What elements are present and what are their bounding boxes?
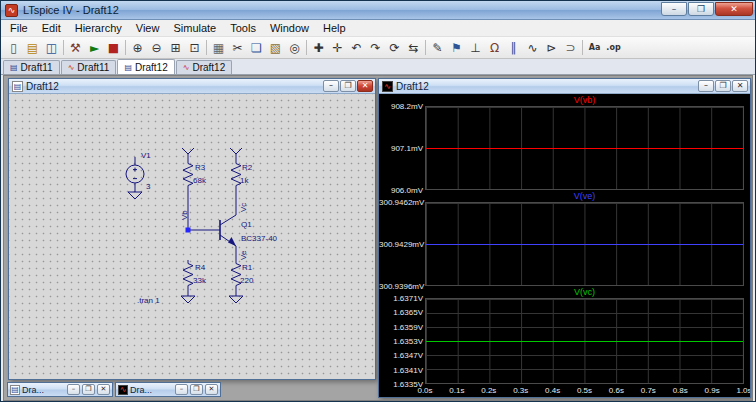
x-axis: 0.0s 0.1s 0.2s 0.3s 0.4s 0.5s 0.6s 0.7s … bbox=[379, 384, 750, 397]
grid-icon[interactable]: ▦ bbox=[209, 38, 228, 57]
trace-line-vb bbox=[426, 148, 743, 149]
minimize-button[interactable]: – bbox=[698, 80, 714, 92]
menu-edit[interactable]: Edit bbox=[35, 21, 68, 35]
maximize-button[interactable]: ❐ bbox=[190, 384, 203, 395]
find-icon[interactable]: ◎ bbox=[285, 38, 304, 57]
maximize-button[interactable]: ❐ bbox=[82, 384, 95, 395]
schematic-window[interactable]: ▤ Draft12 – ❐ ✕ bbox=[8, 78, 376, 380]
drag-icon[interactable]: ✛ bbox=[328, 38, 347, 57]
trace-label-ve[interactable]: V(ve) bbox=[425, 190, 744, 202]
tab-draft11-waveform[interactable]: ∿ Draft11 bbox=[61, 60, 117, 74]
label-net-icon[interactable]: ⚑ bbox=[447, 38, 466, 57]
waveform-title-bar[interactable]: ∿ Draft12 – ❐ ✕ bbox=[379, 79, 750, 94]
maximize-button[interactable]: ❐ bbox=[340, 80, 356, 92]
close-button[interactable]: ✕ bbox=[97, 384, 110, 395]
menu-tools[interactable]: Tools bbox=[223, 21, 263, 35]
plot-grid-vc[interactable] bbox=[425, 298, 744, 384]
resistor-icon[interactable]: Ω bbox=[485, 38, 504, 57]
net-label-ve[interactable]: Ve bbox=[239, 251, 248, 260]
menu-simulate[interactable]: Simulate bbox=[166, 21, 223, 35]
zoom-out-icon[interactable]: ⊖ bbox=[147, 38, 166, 57]
minimize-button[interactable]: – bbox=[661, 2, 687, 16]
transistor-q1[interactable] bbox=[220, 215, 236, 246]
trace-label-vc[interactable]: V(vc) bbox=[425, 286, 744, 298]
waveform-window[interactable]: ∿ Draft12 – ❐ ✕ V(vb) 908.2mV 907.1mV 90… bbox=[378, 78, 751, 398]
ground-icon[interactable]: ⊥ bbox=[466, 38, 485, 57]
r4-value-label[interactable]: 33k bbox=[193, 276, 206, 285]
menu-hierarchy[interactable]: Hierarchy bbox=[68, 21, 129, 35]
maximize-button[interactable]: ❐ bbox=[715, 80, 731, 92]
net-label-vc[interactable]: Vc bbox=[239, 203, 248, 212]
capacitor-icon[interactable]: ‖ bbox=[504, 38, 523, 57]
v1-voltage-source[interactable] bbox=[126, 157, 144, 199]
halt-icon[interactable]: ■ bbox=[104, 38, 123, 57]
restore-button[interactable]: – bbox=[175, 384, 188, 395]
net-label-vb[interactable]: Vb bbox=[180, 210, 189, 220]
redo-icon[interactable]: ↷ bbox=[366, 38, 385, 57]
schematic-title-bar[interactable]: ▤ Draft12 – ❐ ✕ bbox=[9, 79, 375, 94]
x-axis-label: 0.0s bbox=[417, 386, 432, 395]
tab-draft12-schematic[interactable]: ▤ Draft12 bbox=[117, 59, 174, 74]
maximize-button[interactable]: ❐ bbox=[688, 2, 714, 16]
menu-view[interactable]: View bbox=[129, 21, 167, 35]
r2-ref-label[interactable]: R2 bbox=[242, 163, 252, 172]
zoom-in-icon[interactable]: ⊕ bbox=[128, 38, 147, 57]
move-icon[interactable]: ✚ bbox=[309, 38, 328, 57]
open-icon[interactable]: ▤ bbox=[23, 38, 42, 57]
menu-help[interactable]: Help bbox=[316, 21, 353, 35]
r4-ref-label[interactable]: R4 bbox=[195, 263, 205, 272]
inductor-icon[interactable]: ∿ bbox=[523, 38, 542, 57]
mirror-icon[interactable]: ⇆ bbox=[404, 38, 423, 57]
new-schematic-icon[interactable]: ▯ bbox=[4, 38, 23, 57]
text-icon[interactable]: Aa bbox=[585, 38, 604, 57]
r3-value-label[interactable]: 68k bbox=[193, 176, 206, 185]
component-icon[interactable]: ⊃ bbox=[561, 38, 580, 57]
q1-value-label[interactable]: BC337-40 bbox=[241, 234, 277, 243]
spice-directive-text[interactable]: .tran 1 bbox=[137, 296, 160, 305]
minimize-button[interactable]: – bbox=[323, 80, 339, 92]
rotate-icon[interactable]: ⟳ bbox=[385, 38, 404, 57]
resistor-r4[interactable] bbox=[183, 260, 193, 290]
supply-rail-flags[interactable] bbox=[182, 148, 242, 160]
r1-ref-label[interactable]: R1 bbox=[242, 263, 252, 272]
close-button[interactable]: ✕ bbox=[715, 2, 753, 16]
plot-grid-vb[interactable] bbox=[425, 106, 744, 190]
schematic-canvas[interactable]: V1 3 R3 68k R2 1k Q1 BC337-40 R4 33k R1 … bbox=[9, 94, 375, 379]
paste-icon[interactable]: ▧ bbox=[266, 38, 285, 57]
v1-value-label[interactable]: 3 bbox=[146, 182, 150, 191]
save-icon[interactable]: ◫ bbox=[42, 38, 61, 57]
cut-icon[interactable]: ✂ bbox=[228, 38, 247, 57]
spice-directive-icon[interactable]: .op bbox=[604, 38, 623, 57]
resistor-r3[interactable] bbox=[183, 160, 193, 190]
zoom-full-extents-icon[interactable]: ⊡ bbox=[185, 38, 204, 57]
r1-value-label[interactable]: 220 bbox=[240, 276, 253, 285]
minimized-window-waveform[interactable]: ∿ Dra... – ❐ ✕ bbox=[115, 382, 221, 397]
draw-wire-icon[interactable]: ✎ bbox=[428, 38, 447, 57]
wires[interactable] bbox=[188, 190, 236, 260]
r2-value-label[interactable]: 1k bbox=[240, 176, 248, 185]
plot-grid-ve[interactable] bbox=[425, 202, 744, 286]
zoom-area-icon[interactable]: ⊞ bbox=[166, 38, 185, 57]
tab-draft11-schematic[interactable]: ▤ Draft11 bbox=[3, 60, 60, 74]
tab-draft12-waveform[interactable]: ∿ Draft12 bbox=[176, 60, 233, 74]
resistor-r2[interactable] bbox=[231, 160, 241, 190]
restore-button[interactable]: – bbox=[67, 384, 80, 395]
title-bar[interactable]: ∿ LTspice IV - Draft12 – ❐ ✕ bbox=[1, 1, 755, 20]
close-button[interactable]: ✕ bbox=[732, 80, 748, 92]
diode-icon[interactable]: ⊳ bbox=[542, 38, 561, 57]
ground-symbols[interactable] bbox=[181, 290, 243, 303]
menu-file[interactable]: File bbox=[3, 21, 35, 35]
control-panel-icon[interactable]: ⚒ bbox=[66, 38, 85, 57]
q1-ref-label[interactable]: Q1 bbox=[241, 220, 252, 229]
copy-icon[interactable]: ❏ bbox=[247, 38, 266, 57]
undo-icon[interactable]: ↶ bbox=[347, 38, 366, 57]
minimized-window-schematic[interactable]: ▤ Dra... – ❐ ✕ bbox=[7, 382, 113, 397]
close-button[interactable]: ✕ bbox=[205, 384, 218, 395]
menu-window[interactable]: Window bbox=[263, 21, 316, 35]
v1-ref-label[interactable]: V1 bbox=[141, 151, 151, 160]
close-button[interactable]: ✕ bbox=[357, 80, 373, 92]
resistor-r1[interactable] bbox=[231, 260, 241, 290]
trace-label-vb[interactable]: V(vb) bbox=[425, 94, 744, 106]
r3-ref-label[interactable]: R3 bbox=[195, 163, 205, 172]
run-icon[interactable]: ► bbox=[85, 38, 104, 57]
